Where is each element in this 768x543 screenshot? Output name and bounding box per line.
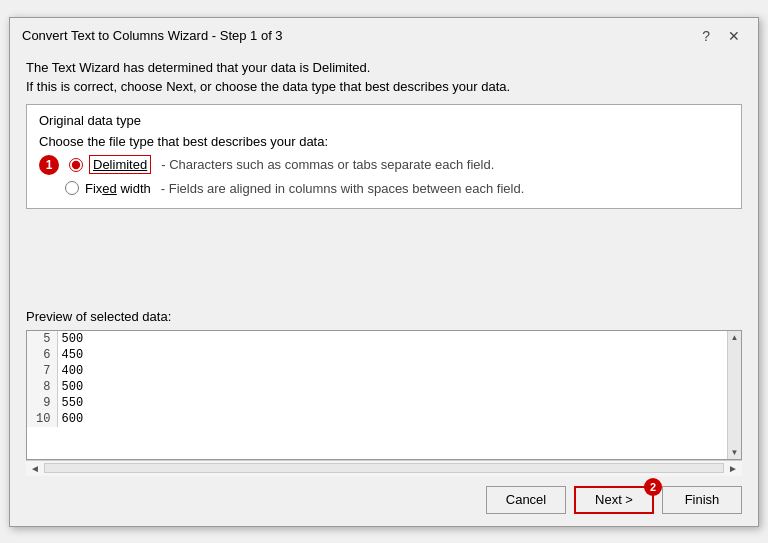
delimited-row: 1 Delimited - Characters such as commas …: [39, 155, 729, 175]
preview-table: 5500645074008500955010600: [27, 331, 727, 427]
preview-label: Preview of selected data:: [26, 309, 742, 324]
close-button[interactable]: ✕: [722, 26, 746, 46]
step2-badge: 2: [644, 478, 662, 496]
table-row: 7400: [27, 363, 727, 379]
next-button-label: Next >: [595, 492, 633, 507]
scroll-left-arrow[interactable]: ◄: [30, 463, 40, 474]
table-row: 5500: [27, 331, 727, 347]
row-num: 6: [27, 347, 57, 363]
row-num: 10: [27, 411, 57, 427]
fixed-width-label-u: ed: [102, 181, 116, 196]
fixed-width-desc: - Fields are aligned in columns with spa…: [161, 181, 524, 196]
row-val: 400: [57, 363, 727, 379]
delimited-desc: - Characters such as commas or tabs sepa…: [161, 157, 494, 172]
table-row: 10600: [27, 411, 727, 427]
scroll-right-arrow[interactable]: ►: [728, 463, 738, 474]
row-val: 600: [57, 411, 727, 427]
row-num: 5: [27, 331, 57, 347]
fixed-width-row: Fixed width - Fields are aligned in colu…: [39, 181, 729, 196]
table-row: 9550: [27, 395, 727, 411]
intro-line2: If this is correct, choose Next, or choo…: [26, 79, 742, 94]
row-num: 7: [27, 363, 57, 379]
table-row: 8500: [27, 379, 727, 395]
preview-box: 5500645074008500955010600 ▲ ▼: [26, 330, 742, 460]
fixed-width-radio[interactable]: [65, 181, 79, 195]
original-data-type-group: Original data type Choose the file type …: [26, 104, 742, 209]
title-bar-controls: ? ✕: [696, 26, 746, 46]
horizontal-scrollbar: ◄ ►: [26, 460, 742, 476]
row-val: 500: [57, 379, 727, 395]
preview-content[interactable]: 5500645074008500955010600: [27, 331, 727, 459]
row-val: 450: [57, 347, 727, 363]
finish-button[interactable]: Finish: [662, 486, 742, 514]
vertical-scrollbar[interactable]: ▲ ▼: [727, 331, 741, 459]
row-num: 9: [27, 395, 57, 411]
step1-badge: 1: [39, 155, 59, 175]
dialog-footer: Cancel Next > 2 Finish: [10, 476, 758, 526]
dialog-title: Convert Text to Columns Wizard - Step 1 …: [22, 28, 283, 43]
convert-text-wizard-dialog: Convert Text to Columns Wizard - Step 1 …: [9, 17, 759, 527]
choose-label: Choose the file type that best describes…: [39, 134, 729, 149]
scroll-h-track[interactable]: [44, 463, 724, 473]
table-row: 6450: [27, 347, 727, 363]
file-type-radio-group: 1 Delimited - Characters such as commas …: [39, 155, 729, 196]
fixed-width-label[interactable]: Fixed width: [85, 181, 151, 196]
row-val: 550: [57, 395, 727, 411]
intro-line1: The Text Wizard has determined that your…: [26, 60, 742, 75]
content-spacer: [26, 219, 742, 309]
scroll-up-arrow[interactable]: ▲: [729, 331, 741, 344]
delimited-radio[interactable]: [69, 158, 83, 172]
scroll-down-arrow[interactable]: ▼: [729, 446, 741, 459]
title-bar: Convert Text to Columns Wizard - Step 1 …: [10, 18, 758, 50]
row-val: 500: [57, 331, 727, 347]
cancel-button[interactable]: Cancel: [486, 486, 566, 514]
next-button[interactable]: Next > 2: [574, 486, 654, 514]
group-title: Original data type: [39, 113, 729, 128]
help-button[interactable]: ?: [696, 26, 716, 46]
dialog-body: The Text Wizard has determined that your…: [10, 50, 758, 476]
row-num: 8: [27, 379, 57, 395]
delimited-label[interactable]: Delimited: [89, 155, 151, 174]
